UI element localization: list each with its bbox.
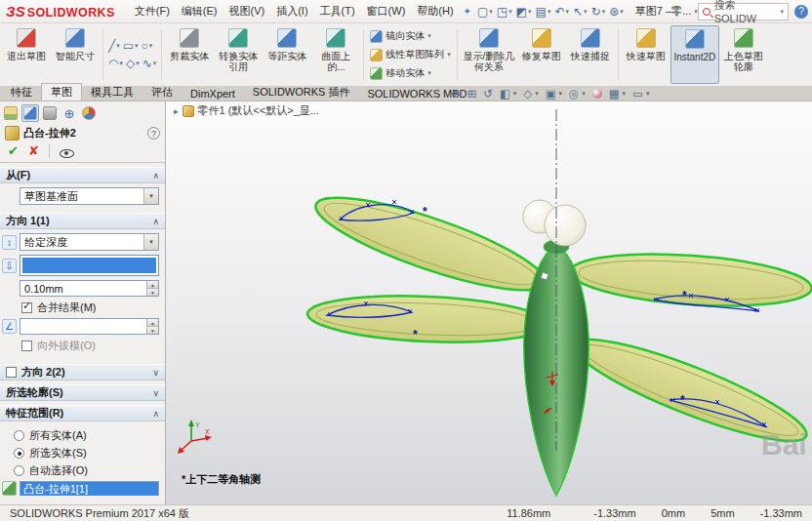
view-settings-monitor-icon[interactable]: ▭ [632,87,643,100]
flyout-arrow-icon[interactable]: ▸ [174,106,179,116]
section-view-icon[interactable]: ◧ [500,87,510,100]
depth-input[interactable] [20,255,159,276]
end-condition-select[interactable]: 给定深度 ▾ [20,233,159,251]
reverse-direction-icon[interactable]: ↕ [2,235,17,250]
document-tab[interactable]: ▸ 零件1 (默认<<默认>_显... [174,103,319,118]
menu-insert[interactable]: 插入(I) [270,4,313,19]
zoom-fit-icon[interactable]: ⊕ [451,87,461,100]
help-icon[interactable]: ? [794,5,808,19]
dropdown-icon[interactable]: ▾ [582,90,586,98]
tab-sketch[interactable]: 草图 [41,83,82,100]
tab-features[interactable]: 特征 [2,84,41,100]
move-entities-button[interactable]: 移动实体▾ [367,65,454,82]
preview-eye-icon[interactable] [60,144,74,158]
draft-angle-input[interactable]: ▴▾ [20,318,159,335]
dropdown-icon[interactable]: ▾ [447,51,451,59]
draft-icon[interactable]: ∠ [2,319,17,334]
shaded-sketch-contours-button[interactable]: 上色草图轮廓 [719,25,768,84]
dropdown-icon[interactable]: ▾ [135,42,139,50]
menu-file[interactable]: 文件(F) [129,4,176,19]
feature-scope-selected-item[interactable]: 凸台-拉伸1[1] [20,481,159,496]
dropdown-icon[interactable]: ▾ [119,60,123,67]
previous-view-icon[interactable]: ↺ [483,87,493,100]
dropdown-icon[interactable]: ▾ [143,188,158,204]
section-feature-scope-header[interactable]: 特征范围(R) ∧ [0,405,165,421]
dropdown-icon[interactable]: ▾ [149,42,153,50]
spin-up-icon[interactable]: ▴ [147,319,158,326]
model-canvas[interactable]: * * * * [166,101,812,504]
section-direction1-header[interactable]: 方向 1(1) ∧ [0,213,165,229]
mirror-entities-button[interactable]: 镜向实体▾ [367,28,454,45]
undo-button[interactable]: ↶▾ [554,5,569,19]
spin-down-icon[interactable]: ▾ [147,288,158,296]
document-switcher[interactable]: 草图7 –零...▾ [635,4,698,19]
rebuild-button[interactable]: ↻▾ [591,5,606,19]
ok-button[interactable]: ✔ [8,144,19,158]
arc-tool-button[interactable]: ◠▾ [108,57,123,70]
tab-solidworks-addins[interactable]: SOLIDWORKS 插件 [244,84,359,100]
edit-appearance-icon[interactable] [592,89,602,99]
menu-help[interactable]: 帮助(H) [411,4,459,19]
propertymanager-tab[interactable] [21,104,39,122]
section-selected-contours-header[interactable]: 所选轮廓(S) ∨ [0,384,165,401]
spline-on-surface-button[interactable]: 曲面上的... [311,25,360,84]
dragonfly-head-right[interactable] [545,205,586,246]
dropdown-icon[interactable]: ▾ [427,32,431,40]
featuremanager-tab[interactable] [2,104,20,122]
tab-dimxpert[interactable]: DimXpert [182,87,244,100]
new-document-button[interactable]: ▢▾ [477,5,493,19]
dropdown-icon[interactable]: ▾ [116,42,120,50]
rapid-sketch-button[interactable]: 快速草图 [622,25,670,84]
spline-tool-button[interactable]: ∿▾ [142,57,157,70]
dropdown-icon[interactable]: ▾ [143,234,158,250]
displaymanager-tab[interactable] [80,104,98,122]
display-delete-relations-button[interactable]: 显示/删除几何关系 [461,25,517,84]
line-tool-button[interactable]: ╱▾ [108,39,120,53]
display-style-icon[interactable]: ▣ [546,87,556,100]
instant2d-button[interactable]: Instant2D [670,25,719,84]
spin-up-icon[interactable]: ▴ [147,281,158,288]
linear-sketch-pattern-button[interactable]: 线性草图阵列▾ [367,47,454,63]
offset-entities-button[interactable]: 等距实体 [263,25,311,84]
spin-down-icon[interactable]: ▾ [147,326,158,334]
dropdown-icon[interactable]: ▾ [427,69,431,77]
dropdown-icon[interactable]: ▾ [136,60,140,67]
configurationmanager-tab[interactable] [41,104,59,122]
menu-window[interactable]: 窗口(W) [361,4,412,19]
open-document-button[interactable]: ◳▾ [497,5,512,19]
tab-mold-tools[interactable]: 模具工具 [82,84,142,100]
polygon-tool-button[interactable]: ◇▾ [126,57,140,70]
quick-snaps-button[interactable]: 快速捕捉 [566,25,615,84]
draft-outward-checkbox[interactable]: 向外拔模(O) [21,339,159,353]
search-box[interactable]: 搜索 SOLIDW ▾ [698,3,789,20]
dropdown-icon[interactable]: ▾ [646,90,650,98]
menu-tools[interactable]: 工具(T) [314,4,361,19]
circle-tool-button[interactable]: ○▾ [142,39,153,53]
apply-scene-icon[interactable]: ▦ [609,87,620,100]
scope-selected-bodies-radio[interactable]: 所选实体(S) [14,446,159,461]
view-orientation-icon[interactable]: ◇ [523,87,532,100]
dropdown-icon[interactable]: ▾ [153,60,157,67]
menu-view[interactable]: 视图(V) [223,4,270,19]
dropdown-icon[interactable]: ▾ [623,90,627,98]
section-direction2-header[interactable]: 方向 2(2) ∨ [0,364,165,381]
rectangle-tool-button[interactable]: ▭▾ [123,39,139,53]
pin-menu-icon[interactable]: ✦ [464,6,471,17]
select-button[interactable]: ↖▾ [573,5,588,19]
exit-sketch-button[interactable]: 退出草图 [2,25,51,84]
print-button[interactable]: ▤▾ [536,5,551,19]
depth-spinner[interactable]: 0.10mm ▴▾ [20,280,159,297]
save-button[interactable]: ◩▾ [516,5,532,19]
zoom-area-icon[interactable]: ⊞ [467,87,477,100]
hide-show-items-icon[interactable]: ◎ [569,87,579,100]
scope-auto-select-radio[interactable]: 自动选择(O) [14,463,159,478]
section-from-header[interactable]: 从(F) ∧ [0,167,165,183]
dropdown-icon[interactable]: ▾ [559,90,563,98]
graphics-area[interactable]: * * * * [166,101,812,504]
options-button[interactable]: ⊛▾ [609,5,624,19]
dropdown-icon[interactable]: ▾ [513,90,517,98]
pm-help-icon[interactable]: ? [147,127,160,140]
convert-entities-button[interactable]: 转换实体引用 [214,25,263,84]
merge-result-checkbox[interactable]: ✓ 合并结果(M) [21,301,159,315]
menu-edit[interactable]: 编辑(E) [176,4,223,19]
